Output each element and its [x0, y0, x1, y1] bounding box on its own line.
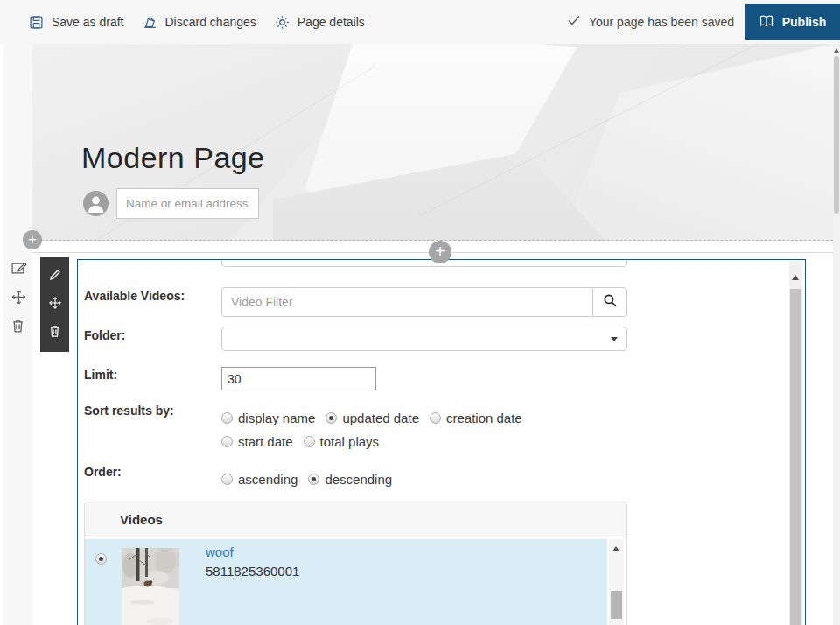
publish-label: Publish — [782, 15, 827, 29]
scroll-up-icon[interactable] — [612, 546, 620, 551]
gear-icon — [275, 15, 290, 30]
page-scrollbar[interactable] — [833, 44, 840, 625]
save-status: Your page has been saved — [567, 13, 734, 31]
edit-webpart-pencil-icon[interactable] — [48, 268, 62, 285]
video-id: 5811825360001 — [206, 564, 299, 579]
order-option-ascending[interactable]: ascending — [221, 472, 298, 487]
sort-option-start-date[interactable]: start date — [221, 434, 293, 449]
command-bar: Save as draft Discard changes Page detai… — [0, 0, 840, 44]
save-status-text: Your page has been saved — [589, 15, 734, 29]
video-row-selected[interactable]: woof 5811825360001 — [85, 539, 607, 625]
limit-label: Limit: — [84, 368, 117, 382]
discard-icon — [143, 15, 158, 30]
webpart-toolbar — [40, 257, 69, 352]
caret-down-icon — [611, 337, 618, 341]
search-icon — [603, 293, 618, 312]
page-title[interactable]: Modern Page — [81, 141, 265, 175]
panel-scrollbar[interactable] — [789, 261, 802, 625]
publish-button[interactable]: Publish — [745, 4, 840, 40]
radio-icon[interactable] — [221, 412, 233, 424]
search-button[interactable] — [592, 287, 627, 317]
publish-book-icon — [759, 14, 774, 31]
video-webpart-panel: Available Videos: Folder: Limit: Sort re… — [77, 259, 806, 625]
video-radio-selected[interactable] — [95, 553, 107, 565]
scrollbar-thumb[interactable] — [790, 289, 801, 625]
page-details-button[interactable]: Page details — [275, 15, 365, 30]
add-webpart-button[interactable]: + — [429, 241, 452, 263]
edit-note-icon[interactable] — [10, 260, 28, 277]
add-section-button[interactable]: + — [23, 230, 42, 249]
sort-results-label: Sort results by: — [84, 404, 174, 418]
move-webpart-icon[interactable] — [48, 296, 62, 313]
videos-result-box: Videos — [84, 502, 627, 625]
scroll-up-icon[interactable] — [834, 48, 839, 53]
author-input[interactable] — [116, 188, 259, 219]
delete-webpart-trash-icon[interactable] — [48, 324, 61, 341]
trash-icon-gutter[interactable] — [10, 318, 28, 334]
radio-icon[interactable] — [221, 436, 233, 447]
author-avatar-icon — [83, 191, 108, 216]
radio-icon-selected[interactable] — [308, 474, 319, 485]
hero-banner: Modern Page — [32, 44, 833, 241]
move-icon-gutter[interactable] — [10, 289, 28, 305]
video-title-link[interactable]: woof — [206, 544, 234, 559]
scrollbar-thumb[interactable] — [611, 591, 622, 619]
page-details-label: Page details — [298, 15, 365, 29]
scrollbar-thumb[interactable] — [834, 56, 839, 214]
video-filter-input[interactable] — [221, 287, 593, 317]
videos-header: Videos — [85, 502, 626, 537]
discard-changes-button[interactable]: Discard changes — [143, 15, 256, 30]
sort-option-creation-date[interactable]: creation date — [430, 411, 522, 425]
radio-icon[interactable] — [430, 412, 441, 424]
section-divider-dashed — [32, 240, 833, 241]
folder-label: Folder: — [84, 328, 125, 342]
save-as-draft-label: Save as draft — [52, 15, 124, 29]
videos-list-scrollbar[interactable] — [609, 539, 624, 625]
folder-select[interactable] — [221, 327, 627, 351]
available-videos-label: Available Videos: — [84, 289, 185, 303]
save-as-draft-button[interactable]: Save as draft — [29, 15, 124, 30]
save-icon — [29, 15, 44, 30]
video-thumbnail[interactable] — [122, 548, 179, 625]
scroll-up-icon[interactable] — [792, 275, 799, 280]
order-label: Order: — [84, 465, 122, 479]
checkmark-icon — [567, 13, 581, 31]
radio-icon[interactable] — [221, 474, 233, 485]
discard-changes-label: Discard changes — [165, 15, 256, 29]
order-option-descending[interactable]: descending — [308, 472, 392, 487]
sort-option-display-name[interactable]: display name — [221, 411, 315, 425]
radio-icon[interactable] — [304, 436, 315, 447]
radio-icon-selected[interactable] — [326, 412, 337, 424]
sort-option-updated-date[interactable]: updated date — [326, 411, 419, 425]
sort-option-total-plays[interactable]: total plays — [304, 434, 380, 449]
scrolled-off-input[interactable] — [221, 259, 627, 267]
limit-input[interactable] — [221, 367, 376, 390]
